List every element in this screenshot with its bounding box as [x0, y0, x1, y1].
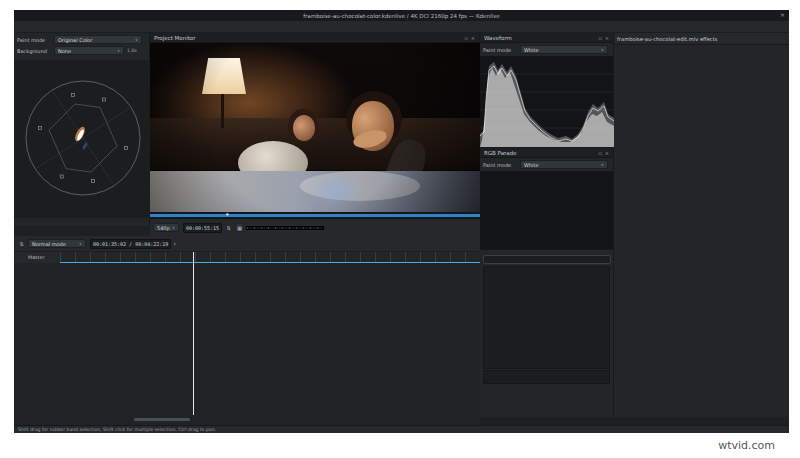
- video-frame[interactable]: [150, 43, 480, 212]
- monitor-seekbar[interactable]: ▾: [150, 212, 480, 219]
- effects-category-tree: [483, 266, 610, 369]
- effects-browser-panel: [480, 249, 613, 384]
- statusbar: Shift drag for rubber band selection, Sh…: [14, 425, 789, 433]
- monitor-resolution-select[interactable]: 540p∨: [153, 223, 179, 232]
- rgb-parade-graph: [480, 171, 613, 249]
- kdenlive-window: framboise-au-chocolat-color.kdenlive / 4…: [14, 10, 789, 433]
- monitor-playhead[interactable]: ▾: [226, 212, 229, 216]
- close-icon[interactable]: ×: [471, 35, 475, 41]
- close-icon[interactable]: ×: [605, 150, 609, 156]
- monitor-timecode[interactable]: 00:00:55:15: [183, 223, 222, 233]
- rgb-parade-title: RGB Parade: [484, 150, 517, 156]
- screenshot-root: framboise-au-chocolat-color.kdenlive / 4…: [0, 0, 800, 458]
- project-monitor-panel: Project Monitor ▫ ×: [150, 33, 480, 236]
- waveform-paint-mode-select[interactable]: White∨: [520, 45, 608, 54]
- vectorscope-zoom-value: 1,0x: [127, 48, 137, 53]
- timeline-hscrollbar[interactable]: [134, 418, 190, 421]
- pin-icon[interactable]: ▫: [598, 150, 601, 156]
- monitor-title: Project Monitor: [154, 35, 195, 41]
- master-track-button[interactable]: Master: [14, 252, 60, 263]
- parade-paint-mode-select[interactable]: White∨: [520, 160, 608, 169]
- statusbar-hint: Shift drag for rubber band selection, Sh…: [18, 427, 216, 432]
- monitor-toolbar: 540p∨ 00:00:55:15 ⇅ ▦: [150, 219, 480, 236]
- scopes-column: Waveform ▫× Paint mode White∨: [480, 33, 614, 417]
- edit-mode-select[interactable]: Normal mode∨: [28, 239, 86, 248]
- timeline-playhead[interactable]: [193, 252, 194, 415]
- spinner-icon[interactable]: ⇅: [224, 223, 233, 232]
- monitor-grid-icon[interactable]: ▦: [235, 223, 244, 232]
- vectorscope-svg: [14, 60, 150, 218]
- timeline-toolbar: ⇅ Normal mode∨ 00:01:35:02 / 00:04:22:19…: [14, 236, 480, 252]
- chevron-down-icon: ∨: [117, 48, 120, 53]
- audio-level-meter: [246, 226, 324, 230]
- track-compositing-icon[interactable]: ⇅: [17, 239, 26, 248]
- menubar: [14, 21, 789, 33]
- pin-icon[interactable]: ▫: [598, 35, 601, 41]
- waveform-panel: Waveform ▫× Paint mode White∨: [480, 33, 613, 147]
- paint-mode-label: Paint mode: [483, 162, 517, 168]
- chevron-down-icon: ∨: [135, 37, 138, 42]
- scope-tabs: [14, 226, 150, 236]
- vectorscope-panel: Paint mode Original Color∨ Background No…: [14, 33, 150, 236]
- watermark: wtvid.com: [718, 439, 775, 452]
- window-close-icon[interactable]: ×: [780, 11, 785, 18]
- paint-mode-label: Paint mode: [483, 47, 517, 53]
- vectorscope-paint-mode-select[interactable]: Original Color∨: [54, 35, 142, 44]
- effect-stack-title: framboise-au-chocolat-edit.mlv effects: [617, 36, 786, 42]
- titlebar: framboise-au-chocolat-color.kdenlive / 4…: [14, 10, 789, 21]
- pin-icon[interactable]: ▫: [464, 35, 467, 41]
- timeline-panel: ⇅ Normal mode∨ 00:01:35:02 / 00:04:22:19…: [14, 236, 480, 425]
- timeline-ruler[interactable]: [60, 252, 480, 263]
- vectorscope-graph: [14, 60, 150, 218]
- effects-toolbar: [480, 250, 613, 254]
- window-title: framboise-au-chocolat-color.kdenlive / 4…: [303, 13, 499, 19]
- effect-stack-panel: framboise-au-chocolat-edit.mlv effects: [614, 33, 789, 417]
- effect-description-box: [483, 370, 610, 384]
- vectorscope-background-select[interactable]: None∨: [54, 46, 124, 55]
- rgb-parade-panel: RGB Parade ▫× Paint mode White∨: [480, 147, 613, 249]
- paint-mode-label: Paint mode: [17, 37, 51, 43]
- close-icon[interactable]: ×: [605, 35, 609, 41]
- chevron-down-icon[interactable]: ∨: [173, 241, 176, 246]
- background-label: Background: [17, 48, 51, 54]
- timeline-timecode[interactable]: 00:01:35:02 / 00:04:22:19: [90, 239, 171, 249]
- waveform-title: Waveform: [484, 35, 512, 41]
- effects-search-input[interactable]: [483, 255, 611, 264]
- waveform-graph: [480, 56, 613, 147]
